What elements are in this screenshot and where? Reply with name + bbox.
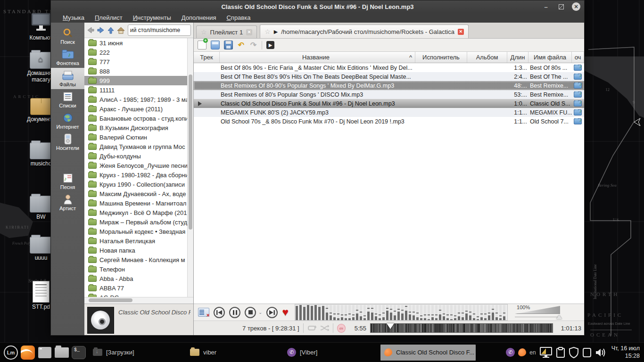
volume-control[interactable]: 100% <box>515 304 562 320</box>
folder-list-item[interactable]: ABBA 77 <box>84 283 193 293</box>
open-icon[interactable] <box>211 41 220 49</box>
folder-list-item[interactable]: В.Кузьмин Дискография <box>84 123 193 132</box>
folder-list-item[interactable]: Круиз - 1980-1982 - Два сборни <box>84 170 193 180</box>
tab-playlist-1[interactable]: ☆ Плейлист 1 ✕ <box>196 25 257 38</box>
menu-addons[interactable]: Дополнения <box>176 13 222 23</box>
folder-list-item[interactable]: Машина Времени - Магнитоал <box>84 198 193 208</box>
column-artist[interactable]: Исполнитель <box>415 52 467 63</box>
folder-list-item[interactable]: Abba - Abba <box>84 274 193 283</box>
folder-list-item[interactable]: Дубы-колдуны <box>84 151 193 161</box>
folder-list-item[interactable]: Сергей Минаев - Коллекция м <box>84 255 193 264</box>
sidebar-item-artist[interactable]: Артист <box>51 192 84 213</box>
folder-list-item[interactable]: Валерий Сюткин <box>84 132 193 142</box>
menu-help[interactable]: Справка <box>221 13 256 23</box>
folder-list-horizontal-scrollbar[interactable] <box>84 297 193 304</box>
table-row[interactable]: Old School 70s _& 80s Disco Funk Mix #70… <box>194 117 584 126</box>
clipboard-icon[interactable] <box>556 347 565 358</box>
folder-list[interactable]: 31 июня 222 777 888 999 <box>84 38 193 297</box>
taskbar-button-viber-folder[interactable]: viber <box>186 345 281 361</box>
column-queue[interactable]: оч <box>572 52 584 63</box>
folder-list-item[interactable]: 11111 <box>84 85 193 95</box>
folder-list-item[interactable]: Аракс - Лучшее (2011) <box>84 104 193 114</box>
sidebar-item-files[interactable]: Файлы <box>51 68 84 89</box>
sidebar-item-playlists[interactable]: Списки <box>51 89 84 110</box>
shield-icon[interactable] <box>569 347 579 358</box>
tab-close-icon[interactable]: ✕ <box>458 29 464 35</box>
favorite-heart-icon[interactable]: ♥ <box>282 307 289 318</box>
keyboard-layout-indicator[interactable]: en <box>529 349 536 356</box>
stop-options-chevron-icon[interactable]: ⌄ <box>258 310 262 315</box>
scrobbler-icon[interactable]: as <box>337 324 346 333</box>
folder-list-item[interactable]: Круиз 1990 - Collection(записи <box>84 180 193 189</box>
notes-icon[interactable] <box>582 347 592 358</box>
menu-music[interactable]: Музыка <box>58 13 90 23</box>
folder-list-item[interactable]: Женя Белоусов_Лучшие песни <box>84 161 193 170</box>
terminal-launcher[interactable]: $_ <box>71 345 87 361</box>
sidebar-item-media[interactable]: Носители <box>51 132 84 153</box>
undo-icon[interactable]: ↶ <box>237 41 245 49</box>
table-row[interactable]: MEGAMIX FUNK 80'S (2) JACKY59.mp3 1:1...… <box>194 108 584 117</box>
folder-list-item[interactable]: Моральный кодекс • Звездная <box>84 227 193 236</box>
sidebar-item-library[interactable]: ♪ Фонотека <box>51 47 84 68</box>
folder-list-item[interactable]: AC-DC <box>84 293 193 297</box>
table-row[interactable]: Best Of The Best 80's 90's Hits On The B… <box>194 72 584 81</box>
mint-menu-button[interactable]: Lm <box>3 345 19 361</box>
display-settings-icon[interactable] <box>539 346 553 359</box>
forward-icon[interactable] <box>97 27 105 33</box>
cursor-follows-playback-icon[interactable]: ▶ <box>266 41 274 49</box>
tab-close-icon[interactable]: ✕ <box>246 29 252 35</box>
star-icon[interactable]: ☆ <box>264 28 271 35</box>
redo-icon[interactable]: ↷ <box>249 41 257 49</box>
tab-rockets-galactica[interactable]: ☆ ▶ /home/macarych/Рабочий стол/musichom… <box>260 25 469 38</box>
seek-position-marker[interactable] <box>387 323 394 329</box>
folder-list-item[interactable]: Телефон <box>84 264 193 274</box>
sidebar-item-song[interactable]: ♪ Песня <box>51 171 84 192</box>
sidebar-item-internet[interactable]: Интернет <box>51 110 84 132</box>
viber-tray-icon[interactable]: ✆ <box>506 348 515 357</box>
menu-tools[interactable]: Инструменты <box>128 13 176 23</box>
folder-list-item[interactable]: 777 <box>84 57 193 66</box>
column-filename[interactable]: Имя файла <box>528 52 572 63</box>
minimize-button[interactable]: – <box>542 2 550 11</box>
close-button[interactable]: ✕ <box>572 2 580 11</box>
clock[interactable]: Чт, 16 июл 15:28 <box>611 345 640 360</box>
star-icon[interactable]: ☆ <box>201 29 207 35</box>
folder-list-item[interactable]: Мираж – Первый альбом (студ <box>84 217 193 227</box>
seek-bar[interactable] <box>370 323 553 333</box>
taskbar-button-deadbeef[interactable]: Classic Old School Disco F... <box>380 345 476 361</box>
folder-list-item[interactable]: Давид Тухманов и группа Мос <box>84 142 193 151</box>
volume-tray-icon[interactable] <box>595 347 606 358</box>
table-row[interactable]: Best Remixes of 80's Popular Songs ' DIS… <box>194 90 584 99</box>
menu-playlist[interactable]: Плейлист <box>90 13 128 23</box>
previous-button[interactable] <box>214 307 225 318</box>
deadbeef-tray-icon[interactable] <box>518 348 526 356</box>
folder-list-item[interactable]: Банановые острова - студ.копи <box>84 114 193 123</box>
table-row[interactable]: Best Of 80s 90s - Eric Faria _& Master C… <box>194 63 584 72</box>
path-input[interactable] <box>128 25 191 36</box>
next-button[interactable] <box>266 307 278 318</box>
sidebar-item-search[interactable]: Поиск <box>51 25 84 47</box>
table-row[interactable]: Best Remixes Of 80-90's Popular Songs ' … <box>194 81 584 90</box>
folder-list-item[interactable]: АлисА - 1985; 1987; 1989 - 3 ма <box>84 95 193 104</box>
shuffle-icon[interactable] <box>320 325 329 331</box>
column-album[interactable]: Альбом <box>467 52 507 63</box>
window-titlebar[interactable]: Classic Old School Disco Funk & Soul Mix… <box>51 0 584 13</box>
folder-list-item[interactable]: 222 <box>84 48 193 57</box>
show-desktop-button[interactable] <box>37 345 53 361</box>
save-icon[interactable] <box>224 41 233 49</box>
column-title[interactable]: Название ^ <box>220 52 415 63</box>
taskbar-button-downloads[interactable]: [Загрузки] <box>89 345 184 361</box>
repeat-icon[interactable] <box>307 325 316 331</box>
folder-list-item[interactable]: Наталья Ветлицкая <box>84 236 193 246</box>
folder-list-item[interactable]: Максим Дунаевский - Ах, воде <box>84 189 193 198</box>
folder-list-item[interactable]: 999 <box>84 76 193 85</box>
folder-list-item[interactable]: Новая папка <box>84 246 193 255</box>
stop-button[interactable] <box>245 307 256 318</box>
folder-list-vertical-scrollbar[interactable] <box>187 38 193 297</box>
browser-launcher[interactable] <box>20 345 36 361</box>
taskbar-button-viber-app[interactable]: ✆ [Viber] <box>283 345 379 361</box>
folder-list-item[interactable]: 888 <box>84 66 193 76</box>
remove-playlist-icon[interactable] <box>198 308 209 317</box>
volume-handle[interactable] <box>556 315 562 319</box>
back-icon[interactable] <box>87 27 94 33</box>
